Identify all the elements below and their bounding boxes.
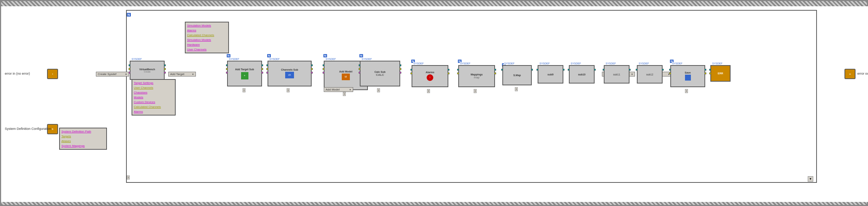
n-marker-4: N	[359, 54, 363, 57]
error-out-block: SYSDEF ERR	[710, 65, 731, 82]
cluster-bot-item-4: System Mappings	[61, 143, 105, 148]
cluster-bottom: System Definition Path Targets Aliases S…	[59, 128, 107, 150]
scroll-indicator[interactable]: ▼	[808, 176, 813, 182]
add-target-dropdown[interactable]: Add Target	[168, 72, 196, 77]
subvi-block-8: SYSDEF S.Map I	[502, 65, 532, 85]
subvi-block-3: SYSDEF Channels Sub ch I	[268, 61, 312, 86]
cluster-top-item-3: Calculated Channels	[187, 33, 227, 38]
n-marker-main: N	[127, 13, 131, 17]
cluster-top: Simulation Models Alarms Calculated Chan…	[185, 22, 229, 53]
subvi-block-9: SYSDEF sub9	[538, 65, 563, 84]
subvi-block-11: SYSDEF sub11	[604, 65, 630, 84]
diagram-area: i error in (no error) S System Definitio…	[1, 6, 868, 202]
create-sysdef-label: Create Sysdef	[98, 72, 116, 76]
subvi-block-5: SYSDEF Calc Sub CALC I	[360, 61, 400, 86]
cluster-mid-item-2: User Channels	[134, 85, 173, 90]
hatch-top	[1, 1, 867, 6]
outer-border: i error in (no error) S System Definitio…	[0, 0, 868, 206]
cluster-top-item-2: Alarms	[187, 28, 227, 33]
error-out-terminal: o	[844, 69, 856, 79]
cluster-mid-item-7: Alarms	[134, 109, 173, 114]
error-in-label: error in (no error)	[5, 72, 30, 75]
sysdef-config-label: System Definition Configuration	[5, 127, 51, 131]
cluster-top-item-4: Simulation Models	[187, 38, 227, 42]
subvi-block-6: SYSDEF Alarms ! I	[412, 65, 448, 87]
inner-frame	[126, 10, 817, 183]
subvi-block-final: SYSDEF Save I	[670, 65, 705, 87]
cluster-bot-item-2: Targets	[61, 134, 105, 139]
n-marker-2: N	[267, 54, 271, 57]
cluster-mid-item-3: Chassises	[134, 90, 173, 95]
cluster-mid-item-4: Models	[134, 95, 173, 100]
add-target-label: Add Target	[170, 72, 184, 76]
cluster-mid-item-6: Calculated Channels	[134, 104, 173, 109]
error-in-terminal: i	[47, 69, 58, 79]
n-marker-1: N	[227, 54, 230, 57]
create-sysdef-dropdown[interactable]: Create Sysdef	[96, 72, 129, 77]
cluster-mid-item-5: Custom Devices	[134, 100, 173, 104]
cluster-top-item-6: User Channels	[187, 47, 227, 52]
bottom-i-marker: I	[127, 175, 130, 180]
cluster-top-item-1: Simulation Models	[187, 23, 227, 28]
subvi-block-10: SYSDEF sub10	[569, 65, 595, 84]
cluster-mid-item-1: Target Settings	[134, 81, 173, 85]
add-model-label: Add Model	[326, 88, 340, 91]
subvi-block-2: SYSDEF Add Target Sub + I	[227, 61, 262, 86]
add-model-dropdown[interactable]: Add Model	[324, 87, 353, 92]
subvi-block-12: SYSDEF sub12	[637, 65, 663, 84]
error-out-label: error out	[857, 72, 868, 75]
cluster-middle: Target Settings User Channels Chassises …	[132, 79, 176, 116]
cluster-bot-item-3: Aliases	[61, 139, 105, 143]
n-marker-3: N	[323, 54, 327, 57]
cluster-bot-item-1: System Definition Path	[61, 129, 105, 134]
subvi-block-1: SYSDEF VirtualBench Create	[130, 61, 165, 80]
subvi-block-7: SYSDEF Mappings map I	[458, 65, 495, 87]
cluster-top-item-5: Hardware	[187, 42, 227, 47]
